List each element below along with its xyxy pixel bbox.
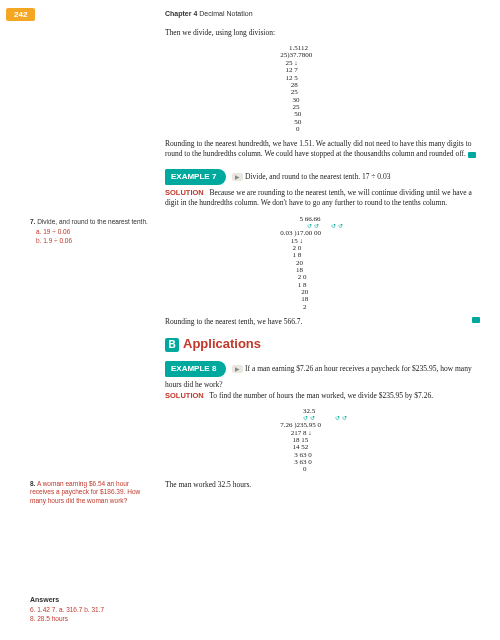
end-marker-icon: [472, 317, 480, 323]
solution-label: SOLUTION: [165, 188, 204, 197]
long-division-2: 5 66.66 ↺↺ ↺↺ 0.03 )17.00 00 15 ↓ 2 0 1 …: [275, 216, 345, 311]
example-7-badge: EXAMPLE 7: [165, 169, 226, 186]
answers-line-2: 8. 28.5 hours: [30, 615, 150, 623]
sidebar-answers: Answers 6. 1.42 7. a. 316.7 b. 31.7 8. 2…: [30, 595, 150, 623]
answers-heading: Answers: [30, 595, 150, 604]
page-number-badge: 242: [6, 8, 35, 21]
q7-option-a: a. 19 ÷ 0.06: [36, 228, 150, 236]
arrow-icons: ↺↺ ↺↺: [275, 415, 349, 421]
long-division-3: 32.5 ↺↺ ↺↺ 7.26 )235.95 0 217 8 ↓ 18 15 …: [275, 408, 349, 474]
chapter-title: Decimal Notation: [199, 10, 252, 17]
end-marker-icon: [468, 152, 476, 158]
example-7-problem: Divide, and round to the nearest tenth. …: [245, 172, 390, 181]
example-7-block: EXAMPLE 7 ▶ Divide, and round to the nea…: [165, 163, 480, 189]
solution-label: SOLUTION: [165, 391, 204, 400]
section-b-badge: B: [165, 338, 179, 352]
arrow-icons: ↺↺ ↺↺: [275, 223, 345, 229]
chapter-header: Chapter 4 Decimal Notation: [165, 10, 253, 17]
example-8-solution: SOLUTION To find the number of hours the…: [165, 391, 480, 401]
example-7-conclusion: Rounding to the nearest tenth, we have 5…: [165, 317, 480, 327]
chapter-label: Chapter 4: [165, 10, 197, 17]
example-8-conclusion: The man worked 32.5 hours.: [165, 480, 480, 490]
media-pill: ▶: [232, 173, 243, 181]
long-division-1: 1.5112 25)37.7800 25 ↓ 12 7 12 5 28 25 3…: [275, 45, 312, 133]
example-8-badge: EXAMPLE 8: [165, 361, 226, 378]
applications-heading: BApplications: [165, 335, 480, 353]
q7-option-b: b. 1.9 ÷ 0.06: [36, 237, 150, 245]
sidebar-question-7: 7. Divide, and round to the nearest tent…: [30, 218, 150, 245]
media-pill: ▶: [232, 365, 243, 373]
rounding-note: Rounding to the nearest hundredth, we ha…: [165, 139, 480, 159]
example-8-block: EXAMPLE 8 ▶ If a man earning $7.26 an ho…: [165, 355, 480, 391]
intro-text: Then we divide, using long division:: [165, 28, 480, 38]
example-7-solution: SOLUTION Because we are rounding to the …: [165, 188, 480, 208]
main-content: Then we divide, using long division: 1.5…: [165, 28, 480, 493]
sidebar-question-8: 8. A woman earning $6.54 an hour receive…: [30, 480, 150, 507]
answers-line-1: 6. 1.42 7. a. 316.7 b. 31.7: [30, 606, 150, 614]
